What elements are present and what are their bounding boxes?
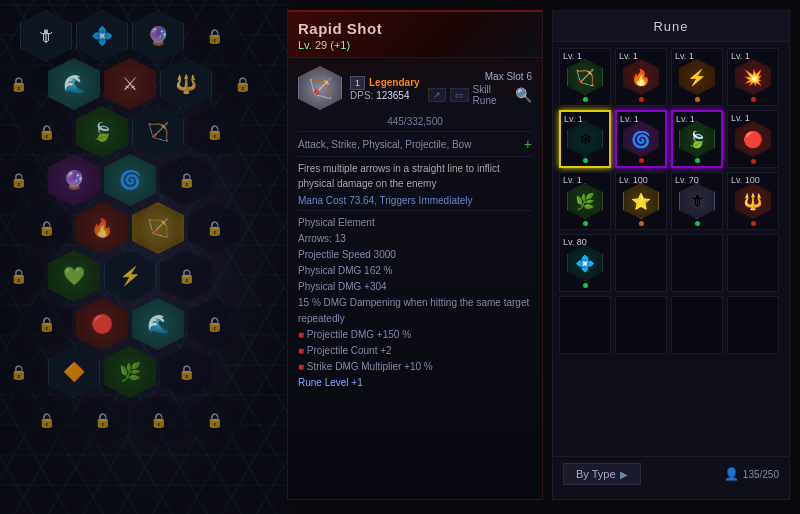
hex-cell-locked: 🔒 bbox=[0, 346, 44, 398]
add-tag-button[interactable]: + bbox=[524, 136, 532, 152]
rune-level-label: Lv. 1 bbox=[620, 114, 639, 124]
hex-icon: 🔥 bbox=[91, 217, 113, 239]
rune-dot bbox=[583, 97, 588, 102]
rune-cell-4-1 bbox=[615, 296, 667, 354]
rune-cell-3-0[interactable]: Lv. 80 💠 bbox=[559, 234, 611, 292]
search-icon[interactable]: 🔍 bbox=[515, 87, 532, 103]
hex-cell[interactable]: ⚔ bbox=[104, 58, 156, 110]
hex-cell[interactable]: 🌊 bbox=[48, 58, 100, 110]
rune-footer: By Type ▶ 👤 135/250 bbox=[553, 456, 789, 491]
skill-info: 1 Legendary DPS: 123654 bbox=[350, 76, 420, 101]
lock-icon: 🔒 bbox=[206, 316, 223, 332]
info-button[interactable]: ▭ bbox=[450, 88, 469, 102]
skill-gem[interactable]: 🏹 bbox=[298, 66, 342, 110]
sort-label: By Type bbox=[576, 468, 616, 480]
lock-icon: 🔒 bbox=[178, 268, 195, 284]
lock-icon: 🔒 bbox=[38, 412, 55, 428]
rune-cell-1-3[interactable]: Lv. 1 🔴 bbox=[727, 110, 779, 168]
rune-level-label: Lv. 80 bbox=[563, 237, 587, 247]
rune-dot bbox=[583, 158, 588, 163]
hex-icon: 🔮 bbox=[63, 169, 85, 191]
rune-cell-1-2[interactable]: Lv. 1 🍃 bbox=[671, 110, 723, 168]
hex-cell[interactable]: 🔴 bbox=[76, 298, 128, 350]
hex-cell[interactable]: 🗡 bbox=[20, 10, 72, 62]
hex-cell[interactable]: 🔥 bbox=[76, 202, 128, 254]
stat-bonus3: Strike DMG Multiplier +10 % bbox=[298, 359, 532, 375]
rune-cell-0-0[interactable]: Lv. 1 🏹 bbox=[559, 48, 611, 106]
rune-gem: 🗡 bbox=[679, 183, 715, 219]
lock-icon: 🔒 bbox=[10, 268, 27, 284]
skill-exp: 445/332,500 bbox=[298, 116, 532, 127]
hex-cell-locked: 🔒 bbox=[188, 394, 240, 446]
hex-icon: 🌿 bbox=[119, 361, 141, 383]
rune-gem: 🍃 bbox=[679, 121, 715, 157]
hex-cell[interactable]: 🏹 bbox=[132, 106, 184, 158]
hex-cell-locked: 🔒 bbox=[132, 394, 184, 446]
hex-cell-locked: 🔒 bbox=[76, 394, 128, 446]
rune-cell-4-2 bbox=[671, 296, 723, 354]
hex-cell[interactable]: 🔮 bbox=[132, 10, 184, 62]
skill-rarity: Legendary bbox=[369, 77, 420, 88]
capacity-value: 135/250 bbox=[743, 469, 779, 480]
stat-element: Physical Element bbox=[298, 215, 532, 231]
rune-cell-2-1[interactable]: Lv. 100 ⭐ bbox=[615, 172, 667, 230]
rune-cell-2-2[interactable]: Lv. 70 🗡 bbox=[671, 172, 723, 230]
rune-dot bbox=[639, 221, 644, 226]
skill-panel: Rapid Shot Lv. 29 (+1) 🏹 1 Legendary DPS… bbox=[287, 10, 543, 500]
rune-header: Rune bbox=[553, 11, 789, 42]
rune-level-label: Lv. 1 bbox=[563, 175, 582, 185]
share-button[interactable]: ↗ bbox=[428, 88, 446, 102]
rune-panel: Rune Lv. 1 🏹 Lv. 1 🔥 Lv. 1 ⚡ Lv. 1 💥 Lv.… bbox=[552, 10, 790, 500]
hex-cell[interactable]: 💠 bbox=[76, 10, 128, 62]
hex-cell-locked: 🔒 bbox=[160, 154, 212, 206]
hex-cell-locked: 🔒 bbox=[0, 58, 44, 110]
hex-cell-locked: 🔒 bbox=[20, 394, 72, 446]
hex-cell[interactable]: 🔱 bbox=[160, 58, 212, 110]
hex-icon: 🍃 bbox=[91, 121, 113, 143]
hex-cell[interactable]: 🌀 bbox=[104, 154, 156, 206]
sort-button[interactable]: By Type ▶ bbox=[563, 463, 641, 485]
rune-cell-0-3[interactable]: Lv. 1 💥 bbox=[727, 48, 779, 106]
rune-cell-0-1[interactable]: Lv. 1 🔥 bbox=[615, 48, 667, 106]
rune-cell-2-0[interactable]: Lv. 1 🌿 bbox=[559, 172, 611, 230]
hex-cell[interactable]: 🌊 bbox=[132, 298, 184, 350]
rune-dot bbox=[695, 221, 700, 226]
hex-cell-active[interactable]: 🏹 bbox=[132, 202, 184, 254]
rune-cell-3-1 bbox=[615, 234, 667, 292]
rune-panel-title: Rune bbox=[653, 19, 688, 34]
hex-icon: 🔶 bbox=[63, 361, 85, 383]
lock-icon: 🔒 bbox=[206, 28, 223, 44]
hex-icon: ⚡ bbox=[119, 265, 141, 287]
rune-level-label: Lv. 1 bbox=[676, 114, 695, 124]
rune-gem: ⭐ bbox=[623, 183, 659, 219]
lock-icon: 🔒 bbox=[10, 172, 27, 188]
rune-dot bbox=[695, 158, 700, 163]
hex-cell-locked: 🔒 bbox=[216, 58, 268, 110]
rune-cell-1-1[interactable]: Lv. 1 🌀 bbox=[615, 110, 667, 168]
rune-cell-2-3[interactable]: Lv. 100 🔱 bbox=[727, 172, 779, 230]
rune-gem: 🌿 bbox=[567, 183, 603, 219]
rune-level-label: Lv. 1 bbox=[563, 51, 582, 61]
hex-icon: 🌀 bbox=[119, 169, 141, 191]
hex-cell[interactable]: 🔶 bbox=[48, 346, 100, 398]
hex-cell[interactable]: ⚡ bbox=[104, 250, 156, 302]
hex-cell-locked: 🔒 bbox=[20, 202, 72, 254]
rune-dot bbox=[583, 221, 588, 226]
rune-cell-0-2[interactable]: Lv. 1 ⚡ bbox=[671, 48, 723, 106]
hex-cell[interactable]: 💚 bbox=[48, 250, 100, 302]
hex-cell-locked: 🔒 bbox=[188, 106, 240, 158]
rune-gem: 🔥 bbox=[623, 59, 659, 95]
rune-level-label: Lv. 100 bbox=[619, 175, 648, 185]
skill-grade-badge: 1 bbox=[350, 76, 365, 90]
rune-dot bbox=[583, 283, 588, 288]
rune-cell-3-3 bbox=[727, 234, 779, 292]
hex-icon: 🗡 bbox=[37, 26, 55, 47]
lock-icon: 🔒 bbox=[178, 364, 195, 380]
stat-proj-speed: Projectile Speed 3000 bbox=[298, 247, 532, 263]
rune-level-label: Lv. 1 bbox=[564, 114, 583, 124]
hex-cell[interactable]: 🍃 bbox=[76, 106, 128, 158]
hex-icon: 💠 bbox=[91, 25, 113, 47]
rune-cell-1-0[interactable]: Lv. 1 ❄ bbox=[559, 110, 611, 168]
hex-cell[interactable]: 🌿 bbox=[104, 346, 156, 398]
hex-cell[interactable]: 🔮 bbox=[48, 154, 100, 206]
